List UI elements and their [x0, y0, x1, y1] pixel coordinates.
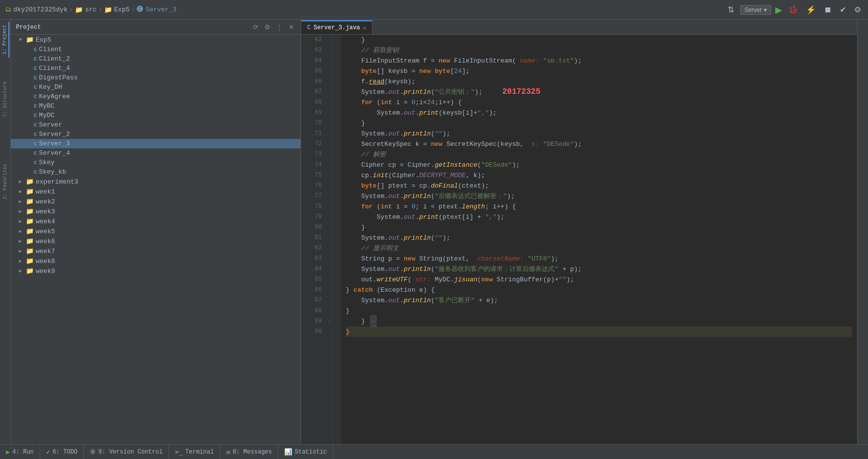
class-icon-client2: C	[34, 56, 37, 62]
terminal-icon: >_	[175, 448, 183, 456]
tree-label-server2: Server_2	[39, 131, 70, 138]
run-config-selector[interactable]: Server ▾	[740, 5, 771, 15]
tree-item-mybc[interactable]: C MyBC	[11, 101, 301, 111]
code-line-86: } catch (Exception e) {	[346, 285, 852, 295]
tree-label-week4: week4	[36, 218, 55, 225]
tree-item-exp5[interactable]: ▼ 📁 Exp5	[11, 35, 301, 45]
tree-item-week3[interactable]: ▶ 📁 week3	[11, 206, 301, 216]
class-icon-server3: 🅒	[137, 6, 143, 13]
tree-label-digestpass: DigestPass	[39, 74, 78, 81]
tree-item-keydh[interactable]: C Key_DH	[11, 82, 301, 92]
code-line-71: System.out.println("");	[346, 129, 852, 139]
folder-icon-exp3: 📁	[26, 178, 34, 186]
gutter-fold	[333, 35, 341, 444]
panel-title: Project	[16, 24, 248, 31]
code-line-87: System.out.println("客户已断开" + e);	[346, 295, 852, 306]
sidebar-tab-structure[interactable]: 7: Structure	[1, 78, 9, 120]
bottom-tab-todo[interactable]: ✓ 6: TODO	[40, 445, 84, 459]
debug-button[interactable]: 🐞	[786, 4, 800, 15]
code-line-83: String p = new String(ptext, charsetName…	[346, 254, 852, 264]
class-icon-server: C	[34, 122, 37, 128]
sidebar-tab-favorites[interactable]: 2: Favorites	[1, 161, 9, 202]
code-line-68: for (int i = 0;i<24;i++) {	[346, 97, 852, 108]
folder-icon-week5: 📁	[26, 227, 34, 235]
main-layout: 1: Project 7: Structure 2: Favorites Pro…	[0, 20, 868, 444]
bottom-tab-terminal[interactable]: >_ Terminal	[169, 445, 220, 459]
breadcrumb-project[interactable]: dky20172325dyk	[13, 6, 67, 13]
editor-area: C Server_3.java ✕ 62 63 64 65 66 67 68 6…	[301, 20, 857, 444]
code-line-80: }	[346, 222, 852, 233]
code-line-90: }	[346, 327, 852, 337]
breadcrumb-exp5[interactable]: Exp5	[114, 6, 129, 13]
tree-label-mybc: MyBC	[39, 102, 55, 110]
tab-close-btn[interactable]: ✕	[363, 25, 367, 31]
tree-item-client[interactable]: C Client	[11, 45, 301, 54]
bottom-tab-vcs[interactable]: ⑨ 9: Version Control	[84, 445, 169, 459]
code-line-67: System.out.println("公共密钥："); 20172325	[346, 87, 852, 97]
tree-item-week2[interactable]: ▶ 📁 week2	[11, 197, 301, 206]
panel-hide-btn[interactable]: ✕	[287, 23, 296, 31]
tree-item-week4[interactable]: ▶ 📁 week4	[11, 216, 301, 226]
sort-icon[interactable]: ⇅	[726, 4, 736, 15]
code-line-78: for (int i = 0; i < ptext.length; i++) {	[346, 201, 852, 212]
tree-item-week1[interactable]: ▶ 📁 week1	[11, 187, 301, 197]
breadcrumb-src[interactable]: src	[85, 6, 96, 13]
left-sidebar-tabs: 1: Project 7: Structure 2: Favorites	[0, 20, 11, 444]
bottom-tab-run-label: 4: Run	[12, 449, 34, 456]
folder-icon-week2: 📁	[26, 197, 34, 205]
tree-item-client4[interactable]: C Client_4	[11, 64, 301, 73]
tree-item-skeykb[interactable]: C Skey_kb	[11, 167, 301, 177]
profiler-button[interactable]: ⚙	[852, 4, 863, 15]
breadcrumb-server3[interactable]: Server_3	[145, 6, 176, 13]
panel-settings-btn[interactable]: ⚙	[263, 23, 272, 31]
tree-item-week6[interactable]: ▶ 📁 week6	[11, 236, 301, 246]
tree-label-week2: week2	[36, 198, 55, 205]
code-line-88: }	[346, 306, 852, 316]
tree-item-skey[interactable]: C Skey	[11, 158, 301, 167]
code-line-75: cp.init(Cipher.DECRYPT_MODE, k);	[346, 170, 852, 181]
tree-item-digestpass[interactable]: C DigestPass	[11, 73, 301, 82]
tree-item-server2[interactable]: C Server_2	[11, 130, 301, 139]
bottom-tab-statistic-label: Statistic	[295, 449, 327, 456]
sidebar-tab-project[interactable]: 1: Project	[1, 22, 9, 58]
tree-item-server4[interactable]: C Server_4	[11, 148, 301, 158]
run-button[interactable]: ▶	[775, 4, 782, 15]
coverage-button[interactable]: ✔	[838, 4, 848, 15]
code-editor: 62 63 64 65 66 67 68 69 70 71 72 73 74 7…	[301, 35, 857, 444]
class-icon-server2: C	[34, 131, 37, 137]
code-line-72: SecretKeySpec k = new SecretKeySpec(keys…	[346, 139, 852, 149]
bottom-tab-run[interactable]: ▶ 4: Run	[0, 445, 40, 459]
bottom-tab-statistic[interactable]: 📊 Statistic	[278, 445, 333, 459]
code-line-65: byte[] keysb = new byte[24];	[346, 66, 852, 76]
stop-button[interactable]: ⏹	[822, 4, 834, 15]
build-button[interactable]: ⚡	[804, 4, 818, 15]
editor-tabs: C Server_3.java ✕	[301, 20, 857, 35]
tree-item-week9[interactable]: ▶ 📁 week9	[11, 266, 301, 276]
panel-header: Project ⟳ ⚙ ⋮ ✕	[11, 20, 301, 35]
dropdown-icon: ▾	[764, 6, 767, 13]
code-content[interactable]: } // 获取密钥 FileInputStream f = new FileIn…	[341, 35, 857, 444]
tree-item-client2[interactable]: C Client_2	[11, 54, 301, 64]
editor-tab-server3[interactable]: C Server_3.java ✕	[301, 20, 372, 34]
line-numbers: 62 63 64 65 66 67 68 69 70 71 72 73 74 7…	[301, 35, 326, 444]
tree-item-mydc[interactable]: C MyDC	[11, 111, 301, 120]
tree-item-server3[interactable]: C Server_3	[11, 139, 301, 148]
tree-label-week6: week6	[36, 238, 55, 245]
tree-label-week9: week9	[36, 267, 55, 275]
fold-marker-89[interactable]: -	[371, 316, 376, 327]
run-icon: ▶	[6, 448, 10, 456]
tree-item-experiment3[interactable]: ▶ 📁 experiment3	[11, 177, 301, 187]
tree-label-mydc: MyDC	[39, 112, 55, 119]
tree-item-keyagree[interactable]: C KeyAgree	[11, 92, 301, 101]
folder-icon-week8: 📁	[26, 257, 34, 265]
tree-item-week8[interactable]: ▶ 📁 week8	[11, 256, 301, 266]
tree-item-week5[interactable]: ▶ 📁 week5	[11, 226, 301, 236]
bottom-tab-messages[interactable]: ✉ 0: Messages	[220, 445, 278, 459]
panel-sync-btn[interactable]: ⟳	[251, 23, 260, 31]
code-line-85: out.writeUTF( str: MyDC.jisuan(new Strin…	[346, 274, 852, 285]
tree-item-server[interactable]: C Server	[11, 120, 301, 130]
tree-item-week7[interactable]: ▶ 📁 week7	[11, 246, 301, 256]
panel-gear-btn[interactable]: ⋮	[275, 23, 284, 31]
tree-label-client4: Client_4	[39, 65, 70, 72]
class-icon-mybc: C	[34, 103, 37, 109]
